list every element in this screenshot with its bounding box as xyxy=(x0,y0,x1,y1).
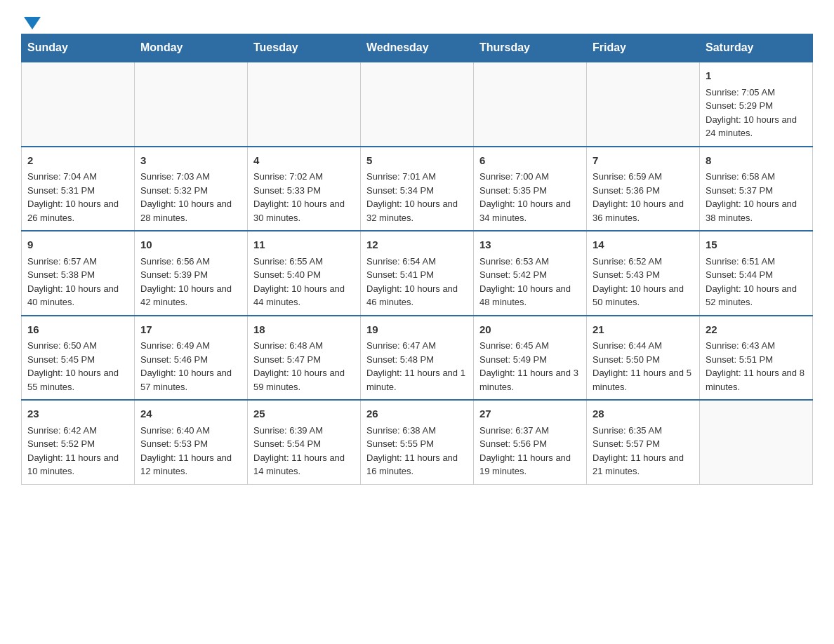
day-number: 24 xyxy=(140,406,241,422)
daylight-text: Daylight: 10 hours and 36 minutes. xyxy=(593,199,684,223)
weekday-header-tuesday: Tuesday xyxy=(248,34,361,62)
sunrise-text: Sunrise: 6:52 AM xyxy=(593,256,662,267)
sunrise-text: Sunrise: 7:01 AM xyxy=(366,171,436,182)
sunset-text: Sunset: 5:38 PM xyxy=(27,269,95,280)
daylight-text: Daylight: 11 hours and 21 minutes. xyxy=(593,452,684,477)
calendar-cell: 14Sunrise: 6:52 AMSunset: 5:43 PMDayligh… xyxy=(587,231,700,316)
sunrise-text: Sunrise: 7:05 AM xyxy=(706,87,775,98)
sunrise-text: Sunrise: 6:55 AM xyxy=(253,256,323,267)
logo-top xyxy=(21,14,41,29)
sunrise-text: Sunrise: 6:57 AM xyxy=(27,256,97,267)
calendar-week-1: 1Sunrise: 7:05 AMSunset: 5:29 PMDaylight… xyxy=(22,62,813,147)
calendar-table: SundayMondayTuesdayWednesdayThursdayFrid… xyxy=(21,34,813,485)
calendar-cell: 24Sunrise: 6:40 AMSunset: 5:53 PMDayligh… xyxy=(135,400,248,484)
weekday-header-wednesday: Wednesday xyxy=(361,34,474,62)
logo-triangle-icon xyxy=(24,17,41,29)
sunrise-text: Sunrise: 6:58 AM xyxy=(706,171,775,182)
day-number: 25 xyxy=(253,406,355,422)
daylight-text: Daylight: 10 hours and 59 minutes. xyxy=(253,368,345,392)
day-number: 3 xyxy=(140,153,241,169)
calendar-cell xyxy=(361,62,474,147)
daylight-text: Daylight: 10 hours and 57 minutes. xyxy=(140,368,232,392)
sunset-text: Sunset: 5:31 PM xyxy=(27,185,95,196)
day-number: 14 xyxy=(593,237,694,253)
daylight-text: Daylight: 11 hours and 8 minutes. xyxy=(706,368,805,392)
daylight-text: Daylight: 11 hours and 12 minutes. xyxy=(140,452,232,477)
calendar-cell: 21Sunrise: 6:44 AMSunset: 5:50 PMDayligh… xyxy=(587,316,700,401)
sunset-text: Sunset: 5:35 PM xyxy=(479,185,547,196)
day-number: 12 xyxy=(366,237,468,253)
sunset-text: Sunset: 5:33 PM xyxy=(253,185,321,196)
calendar-week-5: 23Sunrise: 6:42 AMSunset: 5:52 PMDayligh… xyxy=(22,400,813,484)
calendar-cell: 23Sunrise: 6:42 AMSunset: 5:52 PMDayligh… xyxy=(22,400,135,484)
daylight-text: Daylight: 10 hours and 55 minutes. xyxy=(27,368,119,392)
sunset-text: Sunset: 5:40 PM xyxy=(253,269,321,280)
calendar-cell: 3Sunrise: 7:03 AMSunset: 5:32 PMDaylight… xyxy=(135,147,248,232)
daylight-text: Daylight: 10 hours and 44 minutes. xyxy=(253,283,345,308)
day-number: 8 xyxy=(706,153,807,169)
calendar-cell xyxy=(587,62,700,147)
calendar-week-2: 2Sunrise: 7:04 AMSunset: 5:31 PMDaylight… xyxy=(22,147,813,232)
sunset-text: Sunset: 5:44 PM xyxy=(706,269,773,280)
sunrise-text: Sunrise: 6:48 AM xyxy=(253,340,323,351)
day-number: 9 xyxy=(27,237,128,253)
weekday-row: SundayMondayTuesdayWednesdayThursdayFrid… xyxy=(22,34,813,62)
daylight-text: Daylight: 11 hours and 1 minute. xyxy=(366,368,465,392)
day-number: 20 xyxy=(479,322,581,338)
daylight-text: Daylight: 11 hours and 19 minutes. xyxy=(479,452,571,477)
sunset-text: Sunset: 5:52 PM xyxy=(27,438,95,449)
calendar-cell: 1Sunrise: 7:05 AMSunset: 5:29 PMDaylight… xyxy=(700,62,813,147)
weekday-header-monday: Monday xyxy=(135,34,248,62)
calendar-cell: 28Sunrise: 6:35 AMSunset: 5:57 PMDayligh… xyxy=(587,400,700,484)
daylight-text: Daylight: 10 hours and 48 minutes. xyxy=(479,283,571,308)
day-number: 18 xyxy=(253,322,355,338)
calendar-cell: 11Sunrise: 6:55 AMSunset: 5:40 PMDayligh… xyxy=(248,231,361,316)
day-number: 23 xyxy=(27,406,128,422)
sunset-text: Sunset: 5:45 PM xyxy=(27,354,95,365)
calendar-cell: 19Sunrise: 6:47 AMSunset: 5:48 PMDayligh… xyxy=(361,316,474,401)
sunset-text: Sunset: 5:51 PM xyxy=(706,354,773,365)
calendar-cell xyxy=(474,62,587,147)
logo xyxy=(21,14,41,27)
sunrise-text: Sunrise: 6:35 AM xyxy=(593,425,662,436)
sunset-text: Sunset: 5:46 PM xyxy=(140,354,208,365)
day-number: 21 xyxy=(593,322,694,338)
page-header xyxy=(21,14,813,27)
day-number: 19 xyxy=(366,322,468,338)
daylight-text: Daylight: 10 hours and 38 minutes. xyxy=(706,199,797,223)
calendar-cell: 7Sunrise: 6:59 AMSunset: 5:36 PMDaylight… xyxy=(587,147,700,232)
sunrise-text: Sunrise: 6:59 AM xyxy=(593,171,662,182)
sunrise-text: Sunrise: 6:54 AM xyxy=(366,256,436,267)
sunrise-text: Sunrise: 7:04 AM xyxy=(27,171,97,182)
weekday-header-sunday: Sunday xyxy=(22,34,135,62)
sunrise-text: Sunrise: 6:39 AM xyxy=(253,425,323,436)
daylight-text: Daylight: 10 hours and 50 minutes. xyxy=(593,283,684,308)
daylight-text: Daylight: 11 hours and 14 minutes. xyxy=(253,452,345,477)
calendar-cell: 4Sunrise: 7:02 AMSunset: 5:33 PMDaylight… xyxy=(248,147,361,232)
day-number: 16 xyxy=(27,322,128,338)
sunrise-text: Sunrise: 6:45 AM xyxy=(479,340,549,351)
daylight-text: Daylight: 10 hours and 24 minutes. xyxy=(706,114,797,139)
day-number: 7 xyxy=(593,153,694,169)
day-number: 1 xyxy=(706,68,807,84)
daylight-text: Daylight: 10 hours and 42 minutes. xyxy=(140,283,232,308)
calendar-body: 1Sunrise: 7:05 AMSunset: 5:29 PMDaylight… xyxy=(22,62,813,484)
calendar-cell: 15Sunrise: 6:51 AMSunset: 5:44 PMDayligh… xyxy=(700,231,813,316)
sunset-text: Sunset: 5:39 PM xyxy=(140,269,208,280)
sunset-text: Sunset: 5:37 PM xyxy=(706,185,773,196)
sunrise-text: Sunrise: 6:42 AM xyxy=(27,425,97,436)
daylight-text: Daylight: 10 hours and 26 minutes. xyxy=(27,199,119,223)
sunset-text: Sunset: 5:56 PM xyxy=(479,438,547,449)
calendar-cell: 6Sunrise: 7:00 AMSunset: 5:35 PMDaylight… xyxy=(474,147,587,232)
sunrise-text: Sunrise: 6:49 AM xyxy=(140,340,210,351)
sunset-text: Sunset: 5:42 PM xyxy=(479,269,547,280)
sunrise-text: Sunrise: 6:51 AM xyxy=(706,256,775,267)
day-number: 26 xyxy=(366,406,468,422)
sunrise-text: Sunrise: 6:44 AM xyxy=(593,340,662,351)
sunset-text: Sunset: 5:48 PM xyxy=(366,354,434,365)
sunrise-text: Sunrise: 6:47 AM xyxy=(366,340,436,351)
calendar-header: SundayMondayTuesdayWednesdayThursdayFrid… xyxy=(22,34,813,62)
daylight-text: Daylight: 10 hours and 34 minutes. xyxy=(479,199,571,223)
sunrise-text: Sunrise: 7:02 AM xyxy=(253,171,323,182)
sunrise-text: Sunrise: 7:00 AM xyxy=(479,171,549,182)
